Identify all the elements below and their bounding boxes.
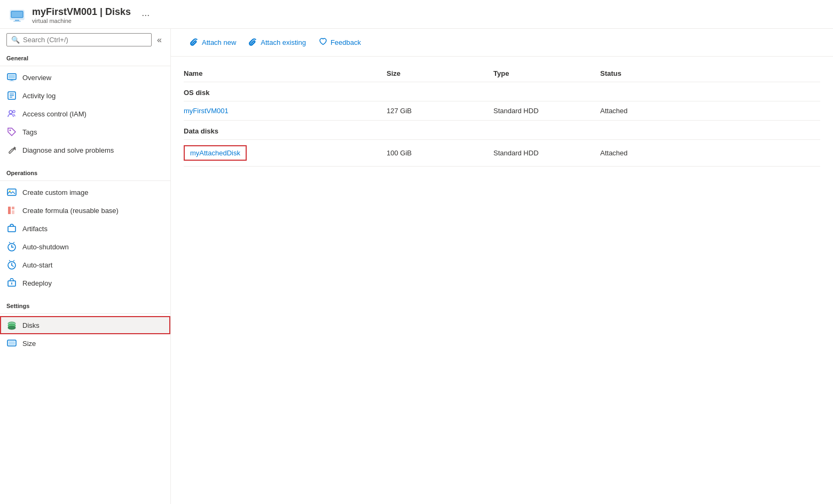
attach-existing-button[interactable]: Attach existing — [242, 34, 312, 51]
monitor-icon — [6, 72, 17, 83]
redeploy-icon — [6, 278, 17, 288]
svg-rect-19 — [8, 207, 11, 214]
sidebar-item-label: Access control (IAM) — [22, 110, 87, 118]
paperclip-icon — [190, 37, 199, 48]
section-label-general: General — [0, 49, 170, 64]
section-label-operations: Operations — [0, 163, 170, 178]
svg-rect-9 — [10, 81, 14, 81]
os-disk-size-cell: 127 GiB — [387, 107, 493, 115]
svg-rect-20 — [12, 207, 14, 209]
sidebar-item-size[interactable]: Size — [0, 334, 170, 352]
divider — [0, 180, 170, 181]
os-disk-name-cell: myFirstVM001 — [184, 107, 387, 115]
svg-point-14 — [9, 111, 12, 114]
col-header-size: Size — [387, 69, 493, 77]
image-icon — [6, 187, 17, 198]
sidebar-item-diagnose[interactable]: Diagnose and solve problems — [0, 141, 170, 159]
page-title: myFirstVM001 | Disks — [32, 6, 131, 18]
sidebar-item-access-control[interactable]: Access control (IAM) — [0, 105, 170, 123]
size-icon — [6, 338, 17, 349]
data-disk-section-title: Data disks — [184, 121, 820, 140]
disk-icon — [6, 320, 17, 330]
vm-icon — [9, 7, 26, 24]
os-disk-name-link[interactable]: myFirstVM001 — [184, 107, 229, 115]
svg-rect-8 — [11, 80, 13, 81]
sidebar-body: General Overview Activity log Access con… — [0, 49, 170, 504]
more-options-button[interactable]: ··· — [142, 10, 150, 21]
sidebar-item-tags[interactable]: Tags — [0, 123, 170, 141]
feedback-button[interactable]: Feedback — [312, 34, 367, 51]
divider — [0, 66, 170, 66]
svg-rect-4 — [13, 21, 21, 22]
sidebar-item-activity-log[interactable]: Activity log — [0, 86, 170, 105]
search-icon: 🔍 — [11, 36, 20, 44]
sidebar-item-label: Tags — [22, 128, 37, 136]
artifacts-icon — [6, 223, 17, 234]
sidebar: 🔍 « General Overview Activity log — [0, 29, 171, 504]
svg-point-16 — [10, 130, 11, 131]
content-area: Attach new Attach existing Feedback Name… — [171, 29, 833, 504]
collapse-sidebar-button[interactable]: « — [155, 34, 164, 46]
data-disk-type-cell: Standard HDD — [493, 149, 600, 157]
people-icon — [6, 108, 17, 119]
sidebar-item-create-formula[interactable]: Create formula (reusable base) — [0, 201, 170, 219]
formula-icon — [6, 205, 17, 216]
resource-type: virtual machine — [32, 18, 131, 24]
sidebar-item-label: Size — [22, 340, 36, 348]
data-disk-status-cell: Attached — [600, 149, 707, 157]
activity-log-icon — [6, 90, 17, 101]
sidebar-item-disks[interactable]: Disks — [0, 316, 170, 334]
sidebar-item-label: Disks — [22, 321, 40, 329]
col-header-status: Status — [600, 69, 707, 77]
sidebar-item-create-image[interactable]: Create custom image — [0, 183, 170, 201]
col-header-name: Name — [184, 69, 387, 77]
sidebar-item-label: Overview — [22, 74, 51, 82]
sidebar-item-label: Create formula (reusable base) — [22, 207, 119, 215]
sidebar-item-overview[interactable]: Overview — [0, 68, 170, 86]
sidebar-item-redeploy[interactable]: Redeploy — [0, 274, 170, 292]
attach-existing-label: Attach existing — [261, 38, 306, 46]
paperclip2-icon — [249, 37, 257, 48]
os-disk-type-cell: Standard HDD — [493, 107, 600, 115]
svg-rect-5 — [12, 12, 22, 17]
search-input[interactable] — [23, 36, 147, 44]
col-header-type: Type — [493, 69, 600, 77]
table-headers: Name Size Type Status — [184, 69, 820, 82]
svg-rect-37 — [9, 341, 15, 345]
sidebar-item-auto-start[interactable]: Auto-start — [0, 256, 170, 274]
clock-icon — [6, 241, 17, 252]
svg-rect-7 — [9, 75, 15, 78]
sidebar-item-label: Redeploy — [22, 279, 52, 287]
attach-new-label: Attach new — [202, 38, 236, 46]
svg-point-15 — [13, 111, 15, 113]
header-title-group: myFirstVM001 | Disks virtual machine — [32, 6, 131, 24]
page-header: myFirstVM001 | Disks virtual machine ··· — [0, 0, 833, 29]
sidebar-item-auto-shutdown[interactable]: Auto-shutdown — [0, 238, 170, 256]
attach-new-button[interactable]: Attach new — [184, 34, 242, 51]
sidebar-item-label: Diagnose and solve problems — [22, 146, 114, 154]
divider — [0, 313, 170, 314]
data-disk-size-cell: 100 GiB — [387, 149, 493, 157]
clock2-icon — [6, 259, 17, 270]
sidebar-search[interactable]: 🔍 — [6, 33, 152, 46]
svg-rect-3 — [15, 20, 19, 21]
sidebar-item-label: Activity log — [22, 92, 56, 100]
os-disk-section-title: OS disk — [184, 82, 820, 101]
data-disk-name-link[interactable]: myAttachedDisk — [190, 149, 240, 157]
heart-icon — [319, 37, 327, 48]
data-disk-name-cell: myAttachedDisk — [184, 145, 387, 161]
sidebar-item-artifacts[interactable]: Artifacts — [0, 219, 170, 238]
os-disk-status-cell: Attached — [600, 107, 707, 115]
svg-rect-22 — [8, 226, 15, 232]
svg-rect-21 — [12, 210, 14, 214]
sidebar-item-label: Artifacts — [22, 225, 48, 233]
svg-line-28 — [12, 265, 13, 266]
tag-icon — [6, 127, 17, 137]
table-row: myAttachedDisk 100 GiB Standard HDD Atta… — [184, 140, 820, 167]
sidebar-item-label: Auto-start — [22, 261, 52, 269]
main-layout: 🔍 « General Overview Activity log — [0, 29, 833, 504]
section-label-settings: Settings — [0, 296, 170, 311]
toolbar: Attach new Attach existing Feedback — [171, 29, 833, 57]
feedback-label: Feedback — [331, 38, 361, 46]
svg-point-35 — [8, 326, 15, 329]
